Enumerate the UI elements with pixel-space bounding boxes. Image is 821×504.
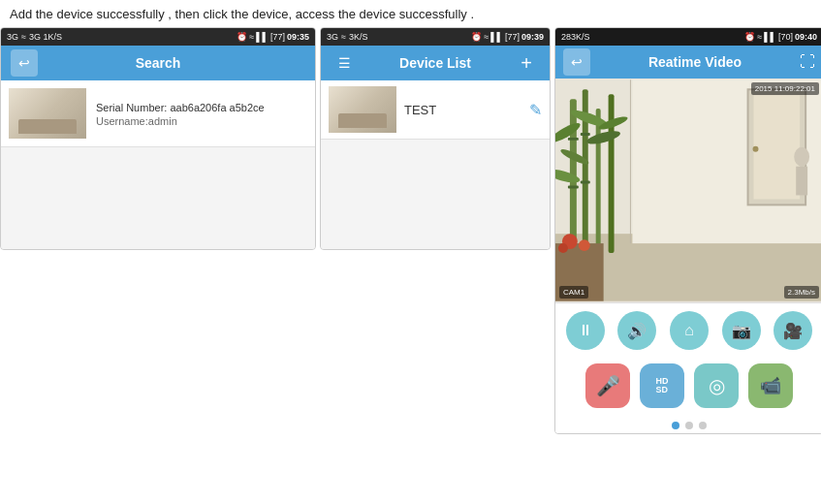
empty-area-2 [321, 140, 550, 250]
device-list-thumb-room [329, 86, 396, 133]
video-controls-row2: 🎤 HDSD ◎ 📹 [555, 358, 821, 414]
status-signal-2: 3G [327, 32, 338, 42]
screen-realtime-video: 283K/S ⏰ ≈ ▌▌ [70] 09:40 ↩ Reatime Video… [554, 27, 821, 434]
device-serial: Serial Number: aab6a206fa a5b2ce [96, 100, 307, 116]
pagination-dots [555, 414, 821, 433]
device-list-item[interactable]: TEST ✎ [321, 80, 550, 140]
signal-icon-1: ▌▌ [256, 32, 268, 42]
battery-icon-2: [77] [505, 32, 520, 42]
nav-bar-2: ☰ Device List + [321, 46, 550, 80]
status-speed-3: 283K/S [561, 32, 590, 42]
nav-title-3: Reatime Video [590, 54, 800, 70]
svg-point-24 [794, 147, 809, 167]
video-controls-row1: ⏸ 🔊 ⌂ 📷 🎥 [555, 302, 821, 358]
snapshot-button[interactable]: 📷 [722, 311, 761, 350]
screen-search: 3G ≈ 3G 1K/S ⏰ ≈ ▌▌ [77] 09:35 ↩ Search … [0, 27, 316, 250]
back-button-1[interactable]: ↩ [11, 49, 38, 77]
status-left-2: 3G ≈ 3K/S [327, 32, 367, 42]
add-device-button[interactable]: + [513, 49, 540, 77]
wifi-icon-2: ≈ [484, 32, 489, 42]
record-button[interactable]: 🎥 [774, 311, 812, 350]
svg-point-5 [753, 146, 759, 152]
hd-sd-button[interactable]: HDSD [640, 363, 684, 408]
svg-rect-25 [796, 167, 807, 196]
svg-rect-12 [581, 133, 590, 136]
menu-button[interactable]: ☰ [331, 49, 358, 77]
battery-icon-3: [70] [778, 32, 793, 42]
status-right-1: ⏰ ≈ ▌▌ [77] 09:35 [237, 32, 309, 42]
video-call-icon: 📹 [760, 375, 781, 396]
device-username: Username:admin [96, 115, 307, 127]
alarm-icon-3: ⏰ [744, 32, 755, 42]
time-2: 09:39 [521, 32, 544, 42]
svg-rect-13 [581, 181, 590, 184]
video-scene-svg [555, 79, 821, 302]
status-bar-1: 3G ≈ 3G 1K/S ⏰ ≈ ▌▌ [77] 09:35 [1, 28, 315, 46]
time-3: 09:40 [795, 32, 817, 42]
device-thumbnail-1 [9, 88, 86, 139]
svg-rect-10 [568, 138, 579, 141]
signal-icon-3: ▌▌ [764, 32, 776, 42]
search-button[interactable]: ◎ [694, 363, 739, 408]
dot-3[interactable] [699, 422, 707, 429]
status-speed-1: 3G 1K/S [29, 32, 62, 42]
svg-rect-9 [609, 94, 615, 253]
device-list-thumbnail [329, 86, 396, 133]
status-speed-2: 3K/S [349, 32, 368, 42]
device-list-name: TEST [404, 103, 521, 117]
video-channel: CAM1 [559, 286, 588, 299]
nav-bar-1: ↩ Search [1, 46, 315, 80]
status-right-3: ⏰ ≈ ▌▌ [70] 09:40 [744, 32, 817, 42]
status-bar-2: 3G ≈ 3K/S ⏰ ≈ ▌▌ [77] 09:39 [321, 28, 550, 46]
status-wifi-icon-2: ≈ [341, 32, 346, 42]
alarm-icon-1: ⏰ [237, 32, 247, 42]
edit-device-button[interactable]: ✎ [529, 101, 542, 119]
status-wifi-icon: ≈ [21, 32, 26, 42]
search-circle-icon: ◎ [709, 374, 725, 397]
time-1: 09:35 [287, 32, 309, 42]
svg-rect-8 [596, 109, 601, 253]
mic-button[interactable]: 🎤 [585, 363, 630, 408]
dot-1[interactable] [672, 422, 679, 429]
fullscreen-button[interactable]: ⛶ [800, 53, 815, 71]
device-info-1: Serial Number: aab6a206fa a5b2ce Usernam… [96, 100, 307, 128]
device-item-1[interactable]: Serial Number: aab6a206fa a5b2ce Usernam… [1, 80, 315, 147]
back-button-3[interactable]: ↩ [563, 48, 590, 76]
svg-rect-4 [754, 95, 801, 199]
svg-rect-11 [568, 186, 579, 189]
status-signal-1: 3G [7, 32, 18, 42]
video-bitrate: 2.3Mb/s [784, 286, 819, 299]
speaker-button[interactable]: 🔊 [617, 311, 656, 350]
home-button[interactable]: ⌂ [670, 311, 709, 350]
alarm-icon-2: ⏰ [471, 32, 482, 42]
hd-sd-label: HDSD [656, 377, 669, 394]
battery-icon-1: [77] [270, 32, 285, 42]
signal-icon-2: ▌▌ [490, 32, 503, 42]
nav-title-2: Device List [358, 55, 513, 71]
wifi-icon-1: ≈ [249, 32, 254, 42]
svg-point-23 [558, 243, 568, 253]
wifi-icon-3: ≈ [757, 32, 762, 42]
video-call-button[interactable]: 📹 [748, 363, 793, 408]
svg-point-22 [579, 239, 590, 251]
status-left-3: 283K/S [561, 32, 590, 42]
mic-icon: 🎤 [596, 374, 620, 397]
nav-bar-3: ↩ Reatime Video ⛶ [555, 46, 821, 79]
dot-2[interactable] [685, 422, 693, 429]
status-bar-3: 283K/S ⏰ ≈ ▌▌ [70] 09:40 [555, 28, 821, 46]
video-timestamp: 2015 11:09:22:01 [751, 82, 819, 95]
thumb-room-1 [9, 88, 86, 139]
status-right-2: ⏰ ≈ ▌▌ [77] 09:39 [471, 32, 544, 42]
nav-title-1: Search [38, 55, 278, 71]
screen-device-list: 3G ≈ 3K/S ⏰ ≈ ▌▌ [77] 09:39 ☰ Device Lis… [320, 27, 551, 250]
empty-area-1 [1, 147, 315, 250]
status-left-1: 3G ≈ 3G 1K/S [7, 32, 62, 42]
video-area: 2015 11:09:22:01 CAM1 2.3Mb/s [555, 79, 821, 302]
pause-button[interactable]: ⏸ [566, 311, 605, 350]
